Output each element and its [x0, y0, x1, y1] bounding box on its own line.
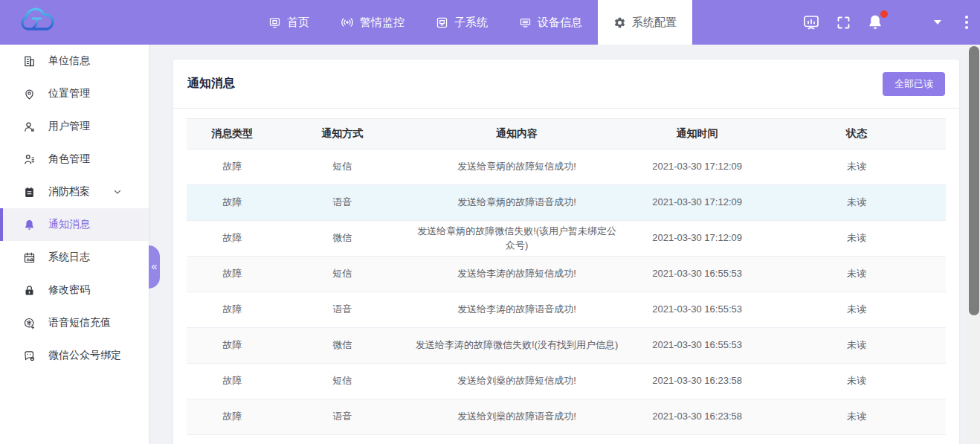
cell-method: 微信	[278, 221, 407, 257]
column-header-notify-content: 通知内容	[407, 119, 627, 149]
kebab-menu-icon[interactable]	[964, 14, 970, 30]
collapse-chevrons: «	[152, 260, 158, 272]
sidebar-item-label: 语音短信充值	[48, 316, 111, 329]
cell-status: 未读	[767, 328, 946, 364]
sidebar-item-label: 通知消息	[48, 218, 90, 231]
chevron-down-icon	[113, 187, 122, 196]
gear-icon	[613, 16, 626, 29]
fullscreen-icon[interactable]	[834, 13, 853, 32]
cell-method: 短信	[278, 149, 407, 185]
table-row[interactable]: 故障微信发送给李涛的故障微信失败!(没有找到用户信息)2021-03-30 16…	[187, 328, 946, 364]
cell-method: 短信	[278, 364, 407, 399]
log-calendar-icon	[23, 251, 36, 264]
table-row[interactable]: 故障短信发送给刘燊的故障短信成功!2021-03-30 16:23:58未读	[187, 364, 946, 399]
nav-tab-label: 系统配置	[632, 16, 677, 30]
sidebar-item-label: 消防档案	[48, 185, 90, 199]
notifications-table: 消息类型 通知方式 通知内容 通知时间 状态 故障短信发送给章炳的故障短信成功!…	[187, 118, 946, 435]
sidebar-item-system-log[interactable]: 系统日志	[0, 241, 149, 274]
cell-content: 发送给李涛的故障短信成功!	[407, 257, 627, 292]
page-title: 通知消息	[187, 76, 235, 91]
sidebar-item-location-mgmt[interactable]: 位置管理	[0, 77, 149, 110]
nav-tab-home[interactable]: 首页	[253, 0, 325, 45]
table-row[interactable]: 故障短信发送给李涛的故障短信成功!2021-03-30 16:55:53未读	[187, 257, 946, 292]
column-header-message-type: 消息类型	[187, 119, 278, 149]
cell-time: 2021-03-30 17:12:09	[627, 185, 767, 221]
nav-tab-label: 子系统	[454, 16, 488, 30]
cell-content: 发送给刘燊的故障语音成功!	[407, 399, 627, 435]
cell-time: 2021-03-30 16:55:53	[627, 328, 767, 364]
sidebar-item-user-mgmt[interactable]: 用户管理	[0, 110, 149, 143]
cloud-logo-icon	[18, 6, 58, 39]
nav-tab-alarm-monitor[interactable]: 警情监控	[325, 0, 420, 45]
cell-status: 未读	[767, 149, 946, 185]
nav-tab-device-info[interactable]: 设备信息	[503, 0, 598, 45]
sidebar-item-label: 微信公众号绑定	[48, 349, 121, 362]
sidebar-item-label: 系统日志	[48, 251, 90, 264]
card-header: 通知消息 全部已读	[173, 59, 959, 109]
sidebar-item-label: 用户管理	[48, 120, 90, 133]
wechat-icon	[23, 350, 36, 362]
column-header-status: 状态	[767, 119, 946, 149]
cell-content: 发送给李涛的故障语音成功!	[407, 292, 627, 328]
sidebar-item-unit-info[interactable]: 单位信息	[0, 45, 149, 77]
cell-status: 未读	[767, 292, 946, 328]
cell-method: 语音	[278, 185, 407, 221]
role-icon	[23, 153, 36, 166]
user-icon	[23, 120, 36, 133]
nav-tab-subsystem[interactable]: 子系统	[420, 0, 503, 45]
cell-method: 微信	[278, 328, 407, 364]
app-logo	[18, 6, 58, 39]
cell-content: 发送给李涛的故障微信失败!(没有找到用户信息)	[407, 328, 627, 364]
cell-type: 故障	[187, 364, 278, 399]
cell-type: 故障	[187, 328, 278, 364]
sidebar-collapse-handle[interactable]: «	[149, 245, 160, 289]
table-row[interactable]: 故障语音发送给章炳的故障语音成功!2021-03-30 17:12:09未读	[187, 185, 946, 221]
dashboard-chart-icon[interactable]	[802, 13, 821, 32]
mark-all-read-button[interactable]: 全部已读	[883, 72, 945, 96]
cell-time: 2021-03-30 16:55:53	[627, 292, 767, 328]
sidebar-item-label: 位置管理	[48, 87, 90, 100]
sidebar-item-voice-sms-recharge[interactable]: 语音短信充值	[0, 306, 149, 339]
home-monitor-icon	[268, 16, 281, 29]
nav-tab-system-config[interactable]: 系统配置	[598, 0, 692, 45]
cell-time: 2021-03-30 16:23:58	[627, 399, 767, 435]
caret-down-icon[interactable]	[934, 20, 941, 25]
page-scrollbar-thumb[interactable]	[969, 46, 979, 315]
table-row[interactable]: 故障微信发送给章炳的故障微信失败!(该用户暂未绑定公众号)2021-03-30 …	[187, 221, 946, 257]
card-body: 消息类型 通知方式 通知内容 通知时间 状态 故障短信发送给章炳的故障短信成功!…	[173, 109, 959, 435]
cell-status: 未读	[767, 257, 946, 292]
sidebar-item-label: 角色管理	[48, 152, 90, 166]
sidebar-item-fire-archive[interactable]: 消防档案	[0, 176, 149, 208]
table-row[interactable]: 故障语音发送给李涛的故障语音成功!2021-03-30 16:55:53未读	[187, 292, 946, 328]
cell-type: 故障	[187, 221, 278, 257]
cell-time: 2021-03-30 17:12:09	[627, 221, 767, 257]
cell-type: 故障	[187, 399, 278, 435]
sidebar-item-change-password[interactable]: 修改密码	[0, 274, 149, 306]
nav-tab-label: 设备信息	[538, 16, 582, 30]
location-pin-icon	[23, 88, 36, 100]
cell-type: 故障	[187, 292, 278, 328]
table-header-row: 消息类型 通知方式 通知内容 通知时间 状态	[187, 119, 946, 149]
broadcast-icon	[341, 16, 354, 29]
sidebar-item-wechat-binding[interactable]: 微信公众号绑定	[0, 339, 149, 372]
bell-icon[interactable]	[865, 13, 885, 32]
cell-type: 故障	[187, 257, 278, 292]
sidebar: 单位信息 位置管理 用户管理 角色管理	[0, 45, 149, 444]
cell-status: 未读	[767, 399, 946, 435]
building-icon	[23, 55, 36, 68]
column-header-notify-time: 通知时间	[627, 119, 767, 149]
page-scrollbar-track[interactable]	[967, 45, 980, 444]
cell-time: 2021-03-30 16:55:53	[627, 257, 767, 292]
table-row[interactable]: 故障语音发送给刘燊的故障语音成功!2021-03-30 16:23:58未读	[187, 399, 946, 435]
cell-status: 未读	[767, 364, 946, 399]
cell-method: 短信	[278, 257, 407, 292]
table-row[interactable]: 故障短信发送给章炳的故障短信成功!2021-03-30 17:12:09未读	[187, 149, 946, 185]
nav-tab-label: 首页	[287, 16, 309, 30]
sidebar-item-role-mgmt[interactable]: 角色管理	[0, 143, 149, 176]
table-body: 故障短信发送给章炳的故障短信成功!2021-03-30 17:12:09未读故障…	[187, 149, 946, 435]
sidebar-item-label: 修改密码	[48, 283, 90, 297]
device-monitor-icon	[519, 16, 532, 29]
sidebar-item-notifications[interactable]: 通知消息	[0, 208, 149, 241]
cell-type: 故障	[187, 149, 278, 185]
cell-status: 未读	[767, 185, 946, 221]
